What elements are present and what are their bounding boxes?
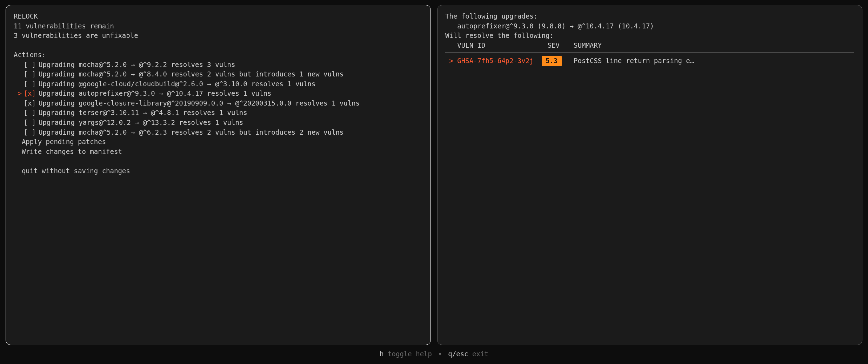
action-checkbox[interactable]: [x]	[22, 89, 38, 99]
vuln-table-body: >GHSA-7fh5-64p2-3v2j5.3PostCSS line retu…	[445, 56, 854, 66]
action-row[interactable]: [ ]Upgrading mocha@^5.2.0 → @^9.2.2 reso…	[14, 60, 423, 70]
action-text: Upgrading terser@^3.10.11 → @^4.8.1 reso…	[38, 108, 423, 118]
action-checkbox[interactable]: [ ]	[22, 60, 38, 70]
action-row[interactable]: [x]Upgrading google-closure-library@^201…	[14, 99, 423, 108]
action-checkbox[interactable]: [ ]	[22, 128, 38, 137]
vuln-table-header: VULN ID SEV SUMMARY	[445, 41, 854, 50]
action-text: Upgrading yargs@^12.0.2 → @^13.3.2 resol…	[38, 118, 423, 128]
action-checkbox[interactable]: [ ]	[22, 69, 38, 79]
col-header-sev: SEV	[542, 41, 566, 50]
action-row[interactable]: [x]Upgrading autoprefixer@^9.3.0 → @^10.…	[14, 89, 423, 99]
action-text: Upgrading @google-cloud/cloudbuild@^2.6.…	[38, 79, 423, 89]
actions-heading: Actions:	[14, 50, 423, 60]
quit-action[interactable]: quit without saving changes	[14, 166, 423, 176]
action-text: Upgrading mocha@^5.2.0 → @^9.2.2 resolve…	[38, 60, 423, 70]
vulns-remain-line: 11 vulnerabilities remain	[14, 21, 423, 31]
vuln-id: GHSA-7fh5-64p2-3v2j	[457, 56, 541, 66]
action-row[interactable]: [ ]Upgrading terser@^3.10.11 → @^4.8.1 r…	[14, 108, 423, 118]
action-row[interactable]: [ ]Upgrading mocha@^5.2.0 → @^6.2.3 reso…	[14, 128, 423, 137]
action-text: Upgrading mocha@^5.2.0 → @^6.2.3 resolve…	[38, 128, 423, 137]
action-text: Upgrading autoprefixer@^9.3.0 → @^10.4.1…	[38, 89, 423, 99]
vuln-severity-badge: 5.3	[542, 56, 562, 66]
help-key: h	[380, 350, 383, 358]
caret-icon: >	[445, 56, 457, 66]
help-label: toggle help	[388, 350, 432, 358]
write-manifest-action[interactable]: Write changes to manifest	[14, 147, 423, 157]
action-text: Upgrading mocha@^5.2.0 → @^8.4.0 resolve…	[38, 69, 423, 79]
vulns-unfixable-line: 3 vulnerabilities are unfixable	[14, 31, 423, 41]
relock-title: RELOCK	[14, 12, 423, 21]
vuln-table-rule	[445, 52, 854, 53]
action-checkbox[interactable]: [x]	[22, 99, 38, 108]
quit-key: q/esc	[448, 350, 468, 358]
col-header-id: VULN ID	[457, 41, 541, 50]
action-row[interactable]: [ ]Upgrading mocha@^5.2.0 → @^8.4.0 reso…	[14, 69, 423, 79]
upgrades-heading: The following upgrades:	[445, 12, 854, 21]
quit-label: exit	[472, 350, 488, 358]
resolve-heading: Will resolve the following:	[445, 31, 854, 41]
action-row[interactable]: [ ]Upgrading yargs@^12.0.2 → @^13.3.2 re…	[14, 118, 423, 128]
vuln-row[interactable]: >GHSA-7fh5-64p2-3v2j5.3PostCSS line retu…	[445, 56, 854, 66]
upgrade-line: autoprefixer@^9.3.0 (9.8.8) → @^10.4.17 …	[445, 21, 854, 31]
actions-list: [ ]Upgrading mocha@^5.2.0 → @^9.2.2 reso…	[14, 60, 423, 137]
hint-sep: •	[436, 350, 444, 358]
footer-hints: h toggle help • q/esc exit	[0, 348, 868, 364]
action-checkbox[interactable]: [ ]	[22, 118, 38, 128]
actions-pane[interactable]: RELOCK 11 vulnerabilities remain 3 vulne…	[6, 5, 431, 345]
action-row[interactable]: [ ]Upgrading @google-cloud/cloudbuild@^2…	[14, 79, 423, 89]
caret-icon	[14, 89, 22, 99]
col-header-sum: SUMMARY	[566, 41, 854, 50]
action-checkbox[interactable]: [ ]	[22, 108, 38, 118]
details-pane: The following upgrades: autoprefixer@^9.…	[437, 5, 862, 345]
action-text: Upgrading google-closure-library@^201909…	[38, 99, 423, 108]
apply-patches-action[interactable]: Apply pending patches	[14, 137, 423, 147]
vuln-summary: PostCSS line return parsing e…	[562, 56, 854, 66]
action-checkbox[interactable]: [ ]	[22, 79, 38, 89]
